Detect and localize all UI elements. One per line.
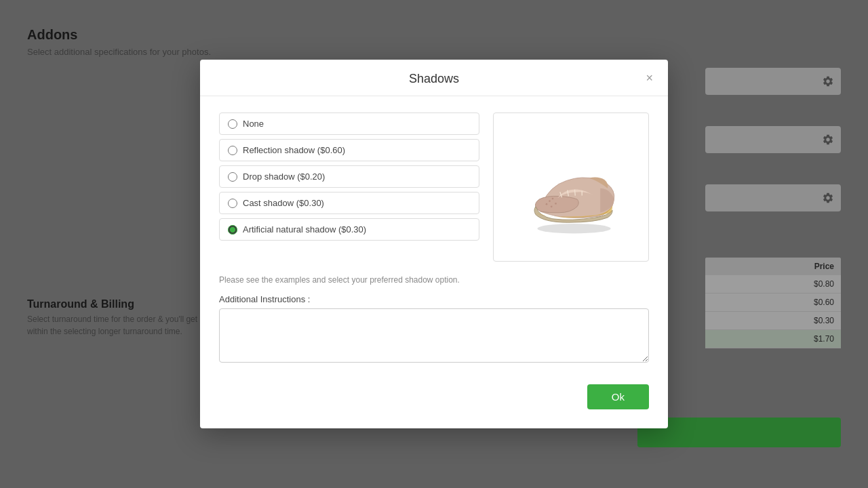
modal-header: Shadows × <box>200 60 668 96</box>
option-drop-label: Drop shadow ($0.20) <box>243 171 325 182</box>
option-reflection-label: Reflection shadow ($0.60) <box>243 145 345 155</box>
svg-point-6 <box>549 200 551 202</box>
option-reflection[interactable]: Reflection shadow ($0.60) <box>219 139 479 161</box>
option-artificial-label: Artificial natural shadow ($0.30) <box>243 224 366 235</box>
radio-reflection[interactable] <box>228 146 237 155</box>
ok-button[interactable]: Ok <box>587 384 649 409</box>
radio-artificial[interactable] <box>228 225 237 235</box>
svg-line-3 <box>574 190 575 196</box>
option-cast[interactable]: Cast shadow ($0.30) <box>219 192 479 214</box>
option-artificial[interactable]: Artificial natural shadow ($0.30) <box>219 218 479 241</box>
instructions-label: Additional Instructions : <box>219 294 649 304</box>
shadow-preview-area <box>493 113 649 262</box>
hint-text: Please see the examples and select your … <box>219 275 649 285</box>
modal-close-button[interactable]: × <box>642 70 657 85</box>
option-cast-label: Cast shadow ($0.30) <box>243 198 324 208</box>
instructions-textarea[interactable] <box>219 308 649 363</box>
radio-cast[interactable] <box>228 199 237 208</box>
svg-point-5 <box>546 203 548 205</box>
modal-footer: Ok <box>200 384 668 428</box>
svg-point-9 <box>551 205 553 207</box>
shoe-preview-image <box>510 133 632 241</box>
option-none-label: None <box>243 119 264 129</box>
option-drop[interactable]: Drop shadow ($0.20) <box>219 165 479 188</box>
radio-none[interactable] <box>228 119 237 129</box>
modal-title: Shadows <box>409 72 459 86</box>
svg-point-7 <box>552 198 554 200</box>
svg-point-8 <box>555 203 557 205</box>
shadows-modal: Shadows × None Reflection shadow ($0.60) <box>200 60 668 428</box>
modal-overlay: Shadows × None Reflection shadow ($0.60) <box>0 0 868 488</box>
shadow-options-list: None Reflection shadow ($0.60) Drop shad… <box>219 113 479 262</box>
option-none[interactable]: None <box>219 113 479 135</box>
svg-point-0 <box>538 224 611 233</box>
modal-content-row: None Reflection shadow ($0.60) Drop shad… <box>219 113 649 262</box>
modal-body: None Reflection shadow ($0.60) Drop shad… <box>200 96 668 384</box>
radio-drop[interactable] <box>228 172 237 182</box>
